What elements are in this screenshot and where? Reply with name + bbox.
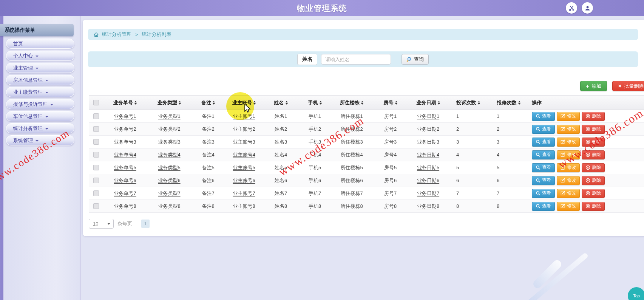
cell-business-type[interactable]: 业务类型8 [147, 200, 191, 212]
sidebar-item-repair-complaint-management[interactable]: 报修与投诉管理 [6, 99, 74, 109]
edit-button[interactable]: 修改 [557, 112, 580, 121]
view-button[interactable]: 查看 [532, 150, 555, 159]
sidebar-item-parking-info-management[interactable]: 车位信息管理 [6, 111, 74, 121]
sidebar-item-house-info-management[interactable]: 房屋信息管理 [6, 75, 74, 85]
cell-order-no[interactable]: 业务单号7 [103, 187, 147, 199]
delete-button[interactable]: 删除 [582, 138, 605, 147]
sidebar-item-system-management[interactable]: 系统管理 [6, 135, 74, 145]
cell-owner-account[interactable]: 业主账号2 [225, 123, 263, 135]
sidebar-item-home[interactable]: 首页 [6, 39, 74, 49]
column-building[interactable]: 所住楼栋 [331, 96, 372, 110]
column-order-no[interactable]: 业务单号 [103, 96, 147, 110]
view-button[interactable]: 查看 [532, 163, 555, 172]
sidebar-item-personal-center[interactable]: 个人中心 [6, 51, 74, 61]
add-button[interactable]: + 添加 [580, 81, 607, 91]
edit-button[interactable]: 修改 [557, 150, 580, 159]
magnifier-icon [536, 127, 541, 131]
cell-business-type[interactable]: 业务类型7 [147, 187, 191, 199]
cell-business-type[interactable]: 业务类型2 [147, 123, 191, 135]
cell-business-type[interactable]: 业务类型6 [147, 174, 191, 187]
cell-business-type[interactable]: 业务类型5 [147, 161, 191, 174]
delete-button[interactable]: 删除 [582, 150, 605, 159]
page-size-select[interactable]: 10 [89, 219, 114, 229]
edit-button[interactable]: 修改 [557, 163, 580, 172]
cell-order-no[interactable]: 业务单号8 [103, 200, 147, 212]
cell-business-date[interactable]: 业务日期2 [408, 123, 448, 135]
cell-order-no[interactable]: 业务单号3 [103, 136, 147, 148]
cell-business-type[interactable]: 业务类型3 [147, 136, 191, 148]
view-button[interactable]: 查看 [532, 202, 555, 211]
cell-owner-account[interactable]: 业主账号1 [225, 110, 263, 122]
edit-button[interactable]: 修改 [557, 189, 580, 198]
cell-order-no[interactable]: 业务单号1 [103, 110, 147, 122]
view-button[interactable]: 查看 [532, 138, 555, 147]
cell-order-no[interactable]: 业务单号4 [103, 148, 147, 161]
delete-button[interactable]: 删除 [582, 189, 605, 198]
cell-room-no: 房号2 [372, 123, 408, 135]
view-button[interactable]: 查看 [532, 176, 555, 185]
row-checkbox[interactable] [93, 165, 99, 170]
sidebar-item-owner-management[interactable]: 业主管理 [6, 63, 74, 73]
edit-button[interactable]: 修改 [557, 138, 580, 147]
cell-business-date[interactable]: 业务日期7 [408, 187, 448, 199]
cell-order-no[interactable]: 业务单号2 [103, 123, 147, 135]
column-owner-account[interactable]: 业主账号 [225, 96, 263, 110]
view-button[interactable]: 查看 [532, 112, 555, 121]
row-checkbox[interactable] [93, 152, 99, 158]
delete-button[interactable]: 删除 [582, 176, 605, 185]
cell-business-date[interactable]: 业务日期8 [408, 200, 448, 212]
magnifier-icon [536, 114, 541, 119]
cell-business-date[interactable]: 业务日期5 [408, 161, 448, 174]
row-checkbox[interactable] [93, 139, 99, 145]
delete-button[interactable]: 删除 [582, 125, 605, 134]
view-button[interactable]: 查看 [532, 189, 555, 198]
cell-business-type[interactable]: 业务类型4 [147, 148, 191, 161]
sidebar-item-owner-payment-management[interactable]: 业主缴费管理 [6, 87, 74, 97]
row-checkbox[interactable] [93, 190, 99, 196]
cell-owner-account[interactable]: 业主账号5 [225, 161, 263, 174]
cell-owner-account[interactable]: 业主账号4 [225, 148, 263, 161]
cell-owner-account[interactable]: 业主账号3 [225, 136, 263, 148]
breadcrumb-parent[interactable]: 统计分析管理 [102, 31, 131, 38]
magnifier-icon [536, 178, 541, 183]
row-checkbox[interactable] [93, 203, 99, 209]
user-icon[interactable] [582, 2, 593, 14]
column-complaint-count[interactable]: 投诉次数 [448, 96, 488, 110]
cell-business-type[interactable]: 业务类型1 [147, 110, 191, 122]
select-all-checkbox[interactable] [93, 100, 99, 105]
column-phone[interactable]: 手机 [299, 96, 331, 110]
cell-order-no[interactable]: 业务单号6 [103, 174, 147, 187]
row-checkbox[interactable] [93, 113, 99, 119]
cell-business-date[interactable]: 业务日期4 [408, 148, 448, 161]
cell-order-no[interactable]: 业务单号5 [103, 161, 147, 174]
row-checkbox[interactable] [93, 126, 99, 132]
column-business-date[interactable]: 业务日期 [408, 96, 448, 110]
delete-button[interactable]: 删除 [582, 202, 605, 211]
cell-business-date[interactable]: 业务日期3 [408, 136, 448, 148]
cell-business-date[interactable]: 业务日期1 [408, 110, 448, 122]
column-business-type[interactable]: 业务类型 [147, 96, 191, 110]
batch-delete-button[interactable]: ✕ 批量删除 [612, 81, 644, 91]
column-remark[interactable]: 备注 [191, 96, 225, 110]
cell-business-date[interactable]: 业务日期6 [408, 174, 448, 187]
cell-room-no: 房号3 [372, 136, 408, 148]
pagination-page-1[interactable]: 1 [141, 220, 150, 228]
back-to-top-button[interactable]: Top [628, 287, 644, 300]
row-checkbox[interactable] [93, 178, 99, 183]
column-name[interactable]: 姓名 [263, 96, 299, 110]
cell-owner-account[interactable]: 业主账号6 [225, 174, 263, 187]
scissors-icon[interactable] [566, 2, 577, 14]
edit-button[interactable]: 修改 [557, 202, 580, 211]
edit-button[interactable]: 修改 [557, 176, 580, 185]
view-button[interactable]: 查看 [532, 125, 555, 134]
cell-owner-account[interactable]: 业主账号7 [225, 187, 263, 199]
edit-button[interactable]: 修改 [557, 125, 580, 134]
cell-owner-account[interactable]: 业主账号8 [225, 200, 263, 212]
delete-button[interactable]: 删除 [582, 112, 605, 121]
search-input[interactable] [321, 54, 391, 65]
sidebar-item-statistics-management[interactable]: 统计分析管理 [6, 123, 74, 133]
column-room-no[interactable]: 房号 [372, 96, 408, 110]
search-button[interactable]: 查询 [402, 54, 429, 65]
delete-button[interactable]: 删除 [582, 163, 605, 172]
column-repair-count[interactable]: 报修次数 [488, 96, 529, 110]
